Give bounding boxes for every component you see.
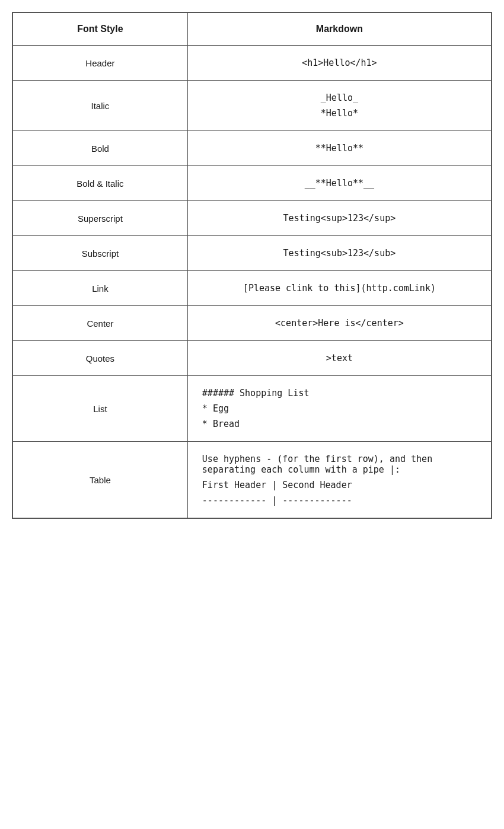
markdown-cell: Testing<sup>123</sup> bbox=[187, 201, 491, 236]
table-row: Bold & Italic__**Hello**__ bbox=[13, 166, 492, 201]
table-row: Header<h1>Hello</h1> bbox=[13, 46, 492, 81]
font-style-cell: Subscript bbox=[13, 236, 188, 271]
table-header-row: Font Style Markdown bbox=[13, 13, 492, 46]
markdown-line: Use hyphens - (for the first row), and t… bbox=[202, 454, 477, 475]
markdown-line: _Hello_ bbox=[202, 93, 477, 103]
font-style-cell: Superscript bbox=[13, 201, 188, 236]
table-row: Italic_Hello_*Hello* bbox=[13, 81, 492, 131]
markdown-cell: >text bbox=[187, 341, 491, 376]
font-style-cell: Italic bbox=[13, 81, 188, 131]
markdown-line: *Hello* bbox=[202, 108, 477, 119]
font-style-cell: Quotes bbox=[13, 341, 188, 376]
font-style-cell: List bbox=[13, 376, 188, 442]
markdown-cell: **Hello** bbox=[187, 131, 491, 166]
markdown-line: ------------ | ------------- bbox=[202, 495, 477, 506]
markdown-cell: ###### Shopping List* Egg* Bread bbox=[187, 376, 491, 442]
markdown-cell: <h1>Hello</h1> bbox=[187, 46, 491, 81]
font-style-cell: Table bbox=[13, 442, 188, 518]
header-font-style: Font Style bbox=[13, 13, 188, 46]
table-row: SuperscriptTesting<sup>123</sup> bbox=[13, 201, 492, 236]
table-row: List###### Shopping List* Egg* Bread bbox=[13, 376, 492, 442]
table-row: Center<center>Here is</center> bbox=[13, 306, 492, 341]
markdown-line: ###### Shopping List bbox=[202, 388, 477, 398]
markdown-line: First Header | Second Header bbox=[202, 480, 477, 490]
markdown-cell: [Please clink to this](http.comLink) bbox=[187, 271, 491, 306]
table-row: Link[Please clink to this](http.comLink) bbox=[13, 271, 492, 306]
table-row: TableUse hyphens - (for the first row), … bbox=[13, 442, 492, 518]
markdown-line: * Bread bbox=[202, 419, 477, 429]
markdown-cell: <center>Here is</center> bbox=[187, 306, 491, 341]
markdown-cell: __**Hello**__ bbox=[187, 166, 491, 201]
markdown-cell: Testing<sub>123</sub> bbox=[187, 236, 491, 271]
font-style-cell: Bold bbox=[13, 131, 188, 166]
markdown-cell: Use hyphens - (for the first row), and t… bbox=[187, 442, 491, 518]
markdown-line: * Egg bbox=[202, 403, 477, 414]
header-markdown: Markdown bbox=[187, 13, 491, 46]
font-style-cell: Center bbox=[13, 306, 188, 341]
main-table: Font Style Markdown Header<h1>Hello</h1>… bbox=[12, 12, 492, 519]
table-row: Quotes>text bbox=[13, 341, 492, 376]
font-style-cell: Bold & Italic bbox=[13, 166, 188, 201]
table-row: SubscriptTesting<sub>123</sub> bbox=[13, 236, 492, 271]
markdown-cell: _Hello_*Hello* bbox=[187, 81, 491, 131]
font-style-cell: Link bbox=[13, 271, 188, 306]
table-row: Bold**Hello** bbox=[13, 131, 492, 166]
font-style-cell: Header bbox=[13, 46, 188, 81]
